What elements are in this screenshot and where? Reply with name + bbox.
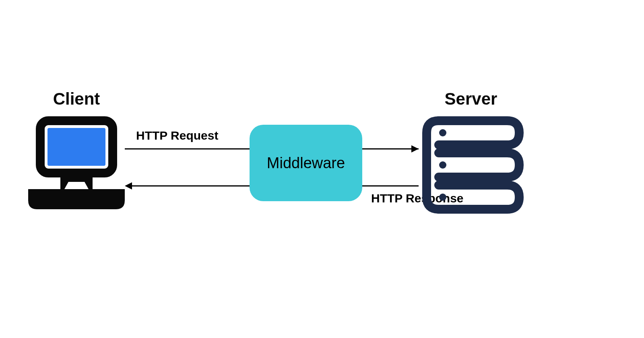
middleware-box: Middleware (250, 125, 362, 201)
response-arrow-left (125, 182, 250, 190)
client-title: Client (24, 89, 129, 109)
server-title: Server (419, 89, 523, 109)
svg-rect-0 (40, 121, 113, 173)
middleware-label: Middleware (267, 155, 345, 172)
svg-point-3 (439, 129, 446, 136)
diagram-stage: Client Server Middleware HTTP Request HT… (0, 0, 644, 338)
svg-point-4 (439, 161, 446, 169)
svg-rect-1 (47, 128, 105, 166)
http-request-label: HTTP Request (136, 129, 218, 142)
request-arrow-right (362, 145, 419, 153)
svg-marker-8 (411, 145, 419, 153)
laptop-icon (28, 121, 125, 209)
svg-marker-11 (125, 182, 132, 190)
svg-rect-2 (60, 173, 93, 191)
http-response-label: HTTP Response (371, 192, 464, 205)
